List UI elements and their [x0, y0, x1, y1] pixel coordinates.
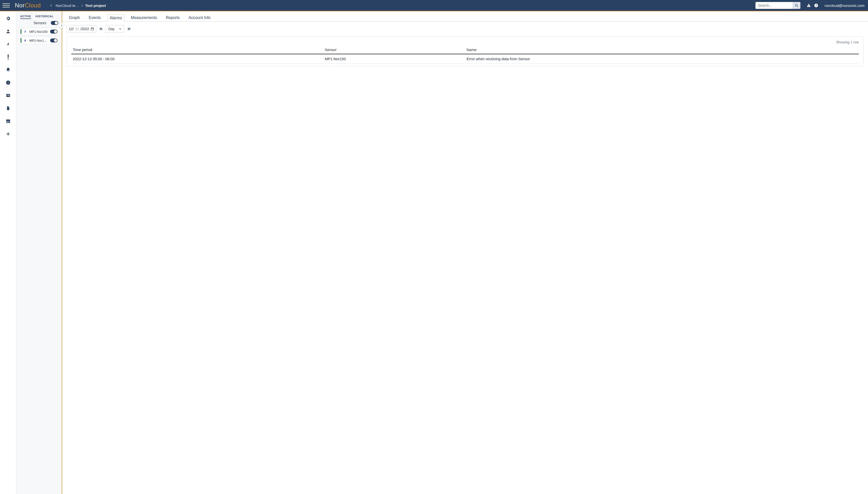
svg-rect-19 [9, 119, 10, 120]
collapse-panel-button[interactable] [59, 23, 64, 28]
sensors-label: Sensors [34, 21, 46, 25]
nav-add-icon[interactable] [5, 131, 11, 137]
calendar-icon [91, 27, 94, 31]
sensors-header: Sensors [19, 19, 59, 26]
breadcrumb-back-icon[interactable] [49, 3, 54, 8]
breadcrumb-separator: > [81, 3, 83, 8]
nav-bell-icon[interactable] [5, 67, 11, 73]
date-value-suffix: /2022 [80, 27, 89, 31]
date-value-prefix: 12/ [69, 27, 74, 31]
cell-sensor: MP1-Nor150 [323, 54, 465, 64]
alarms-table: Time period Sensor Name 2022-12-12 05:00… [71, 45, 859, 64]
breadcrumb: NorCloud te… > Test project [49, 3, 106, 8]
row-summary: Showing 1 row [71, 40, 859, 44]
tab-alarms[interactable]: Alarms [107, 14, 124, 22]
sensor-icon [23, 30, 27, 34]
tab-graph[interactable]: Graph [67, 14, 82, 21]
svg-rect-3 [809, 6, 809, 7]
chevrons-left-icon [99, 27, 103, 31]
svg-rect-27 [91, 28, 94, 30]
sensor-color-mark [20, 29, 21, 34]
svg-point-6 [7, 30, 9, 31]
sensor-toggle[interactable] [50, 30, 57, 34]
col-time-period[interactable]: Time period [71, 45, 323, 54]
sensor-color-mark [20, 38, 21, 43]
logo-part2: Cloud [25, 2, 41, 9]
search-input[interactable] [755, 2, 793, 9]
search [755, 2, 800, 9]
topbar: NorCloud NorCloud te… > Test project ? n [0, 0, 868, 11]
svg-rect-20 [7, 121, 8, 122]
range-label: Day [108, 27, 114, 31]
filters-row: 12/12/2022 Day [62, 22, 868, 35]
table-row[interactable]: 2022-12-12 05:00 - 06:00 MP1-Nor150 Erro… [71, 54, 859, 64]
nav-file-icon[interactable] [5, 106, 11, 111]
search-button[interactable] [793, 2, 800, 9]
svg-rect-23 [7, 122, 8, 122]
sensor-icon [23, 38, 27, 42]
col-sensor[interactable]: Sensor [323, 45, 465, 54]
tab-events[interactable]: Events [86, 14, 103, 21]
svg-rect-2 [809, 5, 809, 6]
sensor-toggle[interactable] [50, 38, 57, 42]
sensor-row[interactable]: MP1-Nor150 [19, 28, 59, 35]
nav-compass-icon[interactable] [5, 80, 11, 86]
alarms-card: Showing 1 row Time period Sensor Name 20… [67, 37, 864, 66]
sensor-row[interactable]: MP2-Nor145-TIP [19, 37, 59, 44]
svg-rect-17 [6, 120, 10, 120]
chevron-down-icon [119, 27, 122, 30]
nav-list-icon[interactable] [5, 93, 11, 98]
side-tab-historical[interactable]: HISTORICAL [36, 15, 54, 19]
svg-rect-18 [7, 119, 7, 120]
alert-icon[interactable] [806, 3, 811, 8]
side-tabs: ACTIVE HISTORICAL [19, 13, 59, 19]
chevron-left-icon [60, 24, 63, 27]
cell-name: Error when receiving data from Sensor [465, 54, 859, 64]
svg-rect-12 [7, 95, 7, 95]
tab-reports[interactable]: Reports [164, 14, 182, 21]
nav-calendar-icon[interactable] [5, 118, 11, 124]
tab-account-info[interactable]: Account Info [186, 14, 213, 21]
col-name[interactable]: Name [465, 45, 859, 54]
svg-rect-8 [8, 58, 8, 59]
nav-sensor-icon[interactable] [5, 41, 11, 47]
sensors-master-toggle[interactable] [51, 21, 58, 25]
date-prev-button[interactable] [99, 27, 103, 31]
app-logo[interactable]: NorCloud [15, 2, 41, 9]
main-tabs: Graph Events Alarms Measurements Reports… [62, 11, 868, 22]
breadcrumb-parent[interactable]: NorCloud te… [56, 3, 79, 8]
date-value-mid: 12 [75, 27, 79, 31]
nav-user-icon[interactable] [5, 28, 11, 34]
svg-text:?: ? [815, 4, 817, 7]
date-next-button[interactable] [127, 27, 131, 31]
user-menu[interactable]: norcloud@norsonic.com [825, 3, 865, 8]
logo-part1: Nor [15, 2, 25, 9]
svg-rect-7 [8, 55, 8, 58]
range-select[interactable]: Day [106, 25, 124, 33]
icon-rail [0, 11, 16, 494]
tab-measurements[interactable]: Measurements [129, 14, 159, 21]
date-picker[interactable]: 12/12/2022 [67, 25, 96, 33]
help-icon[interactable]: ? [814, 3, 819, 8]
svg-rect-15 [8, 95, 10, 96]
svg-rect-14 [7, 95, 7, 96]
side-tab-active[interactable]: ACTIVE [20, 15, 31, 19]
svg-rect-13 [8, 95, 10, 95]
svg-rect-22 [9, 121, 10, 122]
chevrons-right-icon [127, 27, 131, 31]
svg-rect-21 [8, 121, 8, 122]
sensor-label: MP1-Nor150 [30, 30, 48, 34]
nav-exclaim-icon[interactable] [5, 54, 11, 60]
main: Graph Events Alarms Measurements Reports… [62, 11, 868, 494]
sensor-label: MP2-Nor145-TIP [30, 39, 48, 42]
breadcrumb-current[interactable]: Test project [85, 3, 106, 8]
svg-rect-24 [8, 122, 8, 122]
nav-settings-icon[interactable] [5, 16, 11, 21]
side-panel: ACTIVE HISTORICAL Sensors MP1-Nor150 [16, 11, 62, 494]
cell-time: 2022-12-12 05:00 - 06:00 [71, 54, 323, 64]
search-icon [795, 4, 798, 7]
menu-toggle-button[interactable] [2, 2, 10, 9]
svg-line-1 [797, 6, 798, 7]
